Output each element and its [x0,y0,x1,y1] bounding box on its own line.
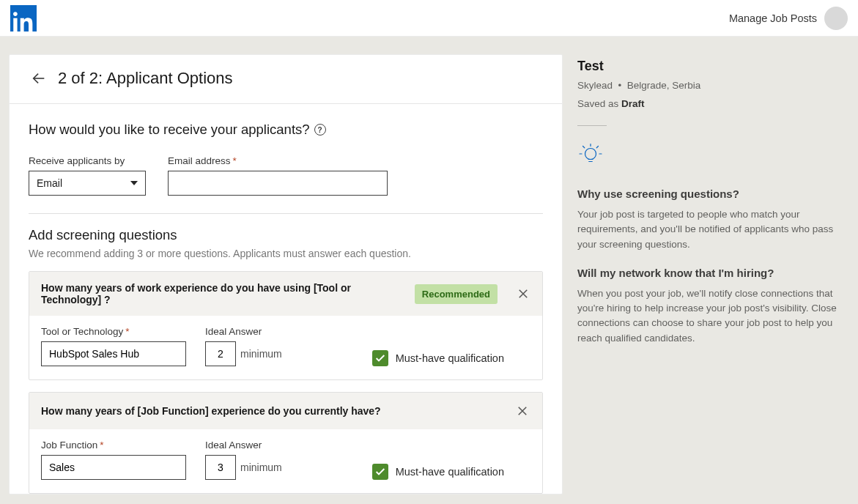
must-have-checkbox[interactable] [372,350,388,366]
ideal-answer-field[interactable] [205,341,236,366]
sidebar-info-heading: Why use screening questions? [577,188,848,200]
email-label: Email address* [168,155,388,166]
screening-question: How many years of [Job Function] experie… [29,392,543,494]
chevron-down-icon [130,181,138,185]
question-text: How many years of work experience do you… [41,282,406,305]
receive-by-value: Email [37,177,62,189]
page-layout: 2 of 2: Applicant Options How would you … [0,37,858,494]
manage-job-posts-link[interactable]: Manage Job Posts [729,12,817,24]
ideal-label: Ideal Answer [205,326,282,337]
page-title: 2 of 2: Applicant Options [58,69,233,88]
tool-field[interactable] [41,341,186,366]
screening-question: How many years of work experience do you… [29,271,543,380]
must-have-checkbox[interactable] [372,464,388,480]
receive-by-label: Receive applicants by [29,155,146,166]
ideal-label: Ideal Answer [205,440,282,451]
must-have-label: Must-have qualification [396,352,504,364]
sidebar-job-meta: Skylead • Belgrade, Serbia [577,80,848,91]
topbar: Manage Job Posts [0,0,858,37]
card-header: 2 of 2: Applicant Options [10,55,562,104]
sidebar-info-body: When you post your job, we'll notify clo… [577,286,841,346]
sidebar: Test Skylead • Belgrade, Serbia Saved as… [577,54,849,494]
lightbulb-icon [577,141,604,167]
screening-subtext: We recommend adding 3 or more questions.… [29,248,543,259]
help-icon[interactable]: ? [314,124,326,136]
ideal-answer-field[interactable] [205,455,236,480]
minimum-label: minimum [240,462,282,473]
svg-point-0 [585,149,596,160]
receive-heading-row: How would you like to receive your appli… [29,122,543,138]
screening-heading: Add screening questions [29,227,543,243]
remove-question-button[interactable] [514,403,530,419]
recommended-badge: Recommended [415,284,498,304]
tool-label: Tool or Technology* [41,326,186,337]
sidebar-info-heading: Will my network know that I'm hiring? [577,267,848,279]
remove-question-button[interactable] [515,286,530,302]
question-text: How many years of [Job Function] experie… [41,405,381,417]
receive-heading: How would you like to receive your appli… [29,122,310,138]
main-card: 2 of 2: Applicant Options How would you … [9,54,563,494]
must-have-label: Must-have qualification [396,466,504,478]
email-field[interactable] [168,171,388,196]
job-function-label: Job Function* [41,440,186,451]
job-function-field[interactable] [41,455,186,480]
sidebar-job-title: Test [577,59,848,74]
receive-by-select[interactable]: Email [29,171,146,196]
sidebar-separator [577,125,607,126]
divider [29,213,543,214]
avatar[interactable] [824,7,848,30]
sidebar-info-body: Your job post is targeted to people who … [577,207,841,252]
minimum-label: minimum [240,348,282,360]
sidebar-save-status: Saved as Draft [577,98,848,109]
linkedin-logo[interactable] [10,5,37,32]
back-arrow-icon[interactable] [29,68,49,89]
